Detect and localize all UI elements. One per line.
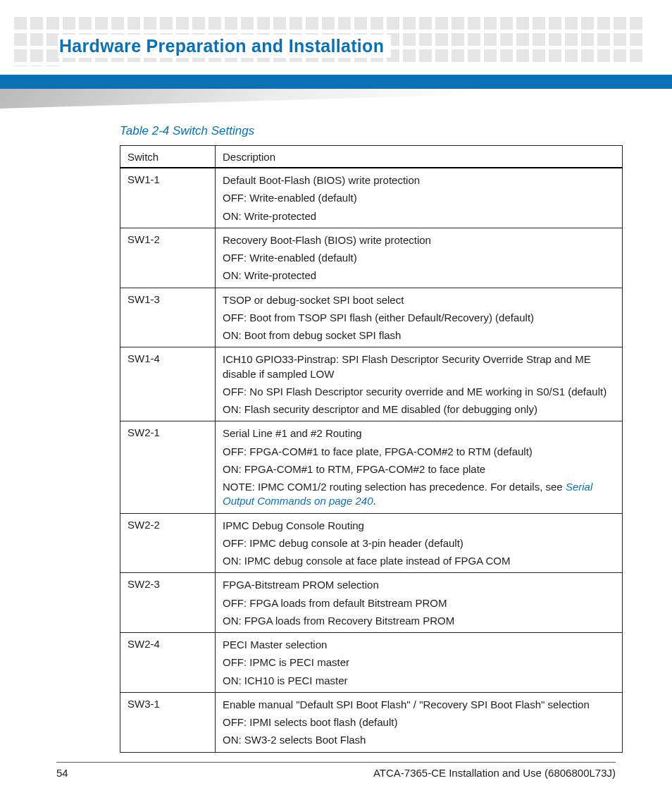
switch-settings-table: Switch Description SW1-1Default Boot-Fla…	[120, 145, 623, 753]
description-line: OFF: IPMC debug console at 3-pin header …	[223, 536, 615, 550]
description-line: ON: Write-protected	[223, 209, 615, 223]
description-cell: Enable manual "Default SPI Boot Flash" /…	[216, 692, 623, 752]
table-header-row: Switch Description	[120, 146, 623, 168]
description-line: OFF: FPGA loads from default Bitstream P…	[223, 596, 615, 610]
table-row: SW3-1Enable manual "Default SPI Boot Fla…	[120, 692, 623, 752]
doc-title: ATCA-7365-CE Installation and Use (68068…	[373, 767, 616, 779]
switch-cell: SW1-4	[120, 347, 216, 421]
switch-cell: SW2-2	[120, 513, 216, 573]
description-line: OFF: IPMC is PECI master	[223, 655, 615, 670]
page-footer: 54 ATCA-7365-CE Installation and Use (68…	[56, 762, 616, 779]
description-cell: IPMC Debug Console RoutingOFF: IPMC debu…	[216, 513, 623, 573]
table-row: SW1-1Default Boot-Flash (BIOS) write pro…	[120, 168, 623, 228]
description-line: OFF: Write-enabled (default)	[223, 251, 615, 265]
description-line: TSOP or debug-socket SPI boot select	[223, 293, 615, 307]
col-header-description: Description	[216, 146, 623, 168]
note-suffix: .	[373, 495, 375, 507]
switch-cell: SW1-3	[120, 288, 216, 347]
switch-cell: SW1-1	[120, 168, 216, 228]
description-cell: Default Boot-Flash (BIOS) write protecti…	[216, 168, 623, 228]
switch-cell: SW3-1	[120, 692, 216, 752]
header-wedge	[0, 89, 672, 109]
description-line: IPMC Debug Console Routing	[223, 519, 615, 533]
description-line: ON: Flash security descriptor and ME dis…	[223, 402, 615, 417]
table-row: SW2-2IPMC Debug Console RoutingOFF: IPMC…	[120, 513, 623, 573]
table-caption: Table 2-4 Switch Settings	[120, 124, 623, 138]
description-line: Serial Line #1 and #2 Routing	[223, 426, 615, 441]
description-line: ON: SW3-2 selects Boot Flash	[223, 733, 615, 747]
table-row: SW1-3TSOP or debug-socket SPI boot selec…	[120, 288, 623, 347]
description-cell: PECI Master selectionOFF: IPMC is PECI m…	[216, 633, 623, 693]
switch-cell: SW2-3	[120, 573, 216, 633]
description-line: ON: Write-protected	[223, 269, 615, 283]
table-row: SW1-2Recovery Boot-Flash (BIOS) write pr…	[120, 228, 623, 288]
table-row: SW1-4ICH10 GPIO33-Pinstrap: SPI Flash De…	[120, 347, 623, 421]
description-line: OFF: No SPI Flash Descriptor security ov…	[223, 385, 615, 399]
description-cell: ICH10 GPIO33-Pinstrap: SPI Flash Descrip…	[216, 347, 623, 421]
description-line: OFF: Boot from TSOP SPI flash (either De…	[223, 311, 615, 325]
description-cell: Recovery Boot-Flash (BIOS) write protect…	[216, 228, 623, 288]
table-row: SW2-4PECI Master selectionOFF: IPMC is P…	[120, 633, 623, 693]
description-line: ON: IPMC debug console at face plate ins…	[223, 554, 615, 568]
switch-cell: SW2-4	[120, 633, 216, 693]
description-line: ON: ICH10 is PECI master	[223, 674, 615, 688]
description-line: Enable manual "Default SPI Boot Flash" /…	[223, 698, 615, 712]
description-line: ON: FPGA loads from Recovery Bitstream P…	[223, 614, 615, 628]
description-cell: FPGA-Bitstream PROM selectionOFF: FPGA l…	[216, 573, 623, 633]
description-line: OFF: Write-enabled (default)	[223, 191, 615, 205]
description-line: OFF: IPMI selects boot flash (default)	[223, 715, 615, 729]
note-prefix: NOTE: IPMC COM1/2 routing selection has …	[223, 481, 566, 493]
table-row: SW2-3FPGA-Bitstream PROM selectionOFF: F…	[120, 573, 623, 633]
description-line: ON: Boot from debug socket SPI flash	[223, 328, 615, 343]
page-number: 54	[56, 767, 68, 779]
description-cell: Serial Line #1 and #2 RoutingOFF: FPGA-C…	[216, 421, 623, 513]
description-line: ON: FPGA-COM#1 to RTM, FPGA-COM#2 to fac…	[223, 462, 615, 476]
section-title: Hardware Preparation and Installation	[58, 35, 391, 58]
switch-cell: SW1-2	[120, 228, 216, 288]
description-cell: TSOP or debug-socket SPI boot selectOFF:…	[216, 288, 623, 347]
description-line: OFF: FPGA-COM#1 to face plate, FPGA-COM#…	[223, 445, 615, 459]
col-header-switch: Switch	[120, 146, 216, 168]
description-note: NOTE: IPMC COM1/2 routing selection has …	[223, 480, 615, 509]
description-line: Recovery Boot-Flash (BIOS) write protect…	[223, 233, 615, 247]
description-line: PECI Master selection	[223, 638, 615, 652]
header-blue-bar	[0, 75, 672, 89]
description-line: Default Boot-Flash (BIOS) write protecti…	[223, 173, 615, 187]
footer-rule	[56, 762, 616, 763]
switch-cell: SW2-1	[120, 421, 216, 513]
description-line: ICH10 GPIO33-Pinstrap: SPI Flash Descrip…	[223, 352, 615, 381]
table-row: SW2-1Serial Line #1 and #2 RoutingOFF: F…	[120, 421, 623, 513]
description-line: FPGA-Bitstream PROM selection	[223, 578, 615, 592]
page-content: Table 2-4 Switch Settings Switch Descrip…	[120, 124, 623, 753]
